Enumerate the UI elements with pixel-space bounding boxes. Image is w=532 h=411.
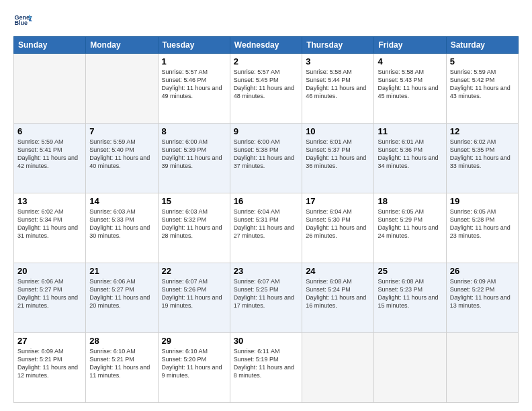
day-number: 14: [89, 196, 154, 206]
day-number: 17: [306, 196, 370, 206]
day-info: Sunrise: 6:08 AM Sunset: 5:24 PM Dayligh…: [306, 277, 370, 310]
day-header-tuesday: Tuesday: [158, 37, 230, 54]
day-number: 4: [378, 56, 442, 66]
calendar-cell: 15Sunrise: 6:03 AM Sunset: 5:32 PM Dayli…: [158, 193, 230, 263]
svg-text:Blue: Blue: [14, 19, 28, 26]
calendar-cell: 18Sunrise: 6:05 AM Sunset: 5:29 PM Dayli…: [374, 193, 446, 263]
calendar-cell: 22Sunrise: 6:07 AM Sunset: 5:26 PM Dayli…: [158, 263, 230, 333]
day-number: 26: [450, 266, 515, 276]
calendar-cell: 27Sunrise: 6:09 AM Sunset: 5:21 PM Dayli…: [14, 333, 86, 403]
day-number: 9: [234, 126, 298, 136]
day-number: 3: [306, 56, 370, 66]
day-header-wednesday: Wednesday: [230, 37, 302, 54]
day-info: Sunrise: 5:59 AM Sunset: 5:41 PM Dayligh…: [17, 138, 82, 171]
day-header-friday: Friday: [374, 37, 446, 54]
day-info: Sunrise: 5:58 AM Sunset: 5:43 PM Dayligh…: [378, 68, 442, 101]
day-number: 10: [306, 126, 370, 136]
calendar-cell: 28Sunrise: 6:10 AM Sunset: 5:21 PM Dayli…: [86, 333, 158, 403]
day-info: Sunrise: 6:05 AM Sunset: 5:29 PM Dayligh…: [378, 208, 442, 240]
day-info: Sunrise: 6:06 AM Sunset: 5:27 PM Dayligh…: [89, 277, 154, 310]
calendar-cell: 5Sunrise: 5:59 AM Sunset: 5:42 PM Daylig…: [446, 54, 518, 124]
calendar-cell: 9Sunrise: 6:00 AM Sunset: 5:38 PM Daylig…: [230, 124, 302, 193]
calendar-cell: 30Sunrise: 6:11 AM Sunset: 5:19 PM Dayli…: [230, 333, 302, 403]
day-number: 8: [162, 126, 226, 136]
day-info: Sunrise: 6:11 AM Sunset: 5:19 PM Dayligh…: [234, 347, 298, 380]
day-info: Sunrise: 5:57 AM Sunset: 5:45 PM Dayligh…: [234, 68, 298, 101]
day-number: 18: [378, 196, 442, 206]
calendar-cell: 25Sunrise: 6:08 AM Sunset: 5:23 PM Dayli…: [374, 263, 446, 333]
calendar-week-row: 13Sunrise: 6:02 AM Sunset: 5:34 PM Dayli…: [14, 193, 519, 263]
day-number: 20: [17, 266, 82, 276]
day-info: Sunrise: 6:08 AM Sunset: 5:23 PM Dayligh…: [378, 277, 442, 310]
calendar-cell: 12Sunrise: 6:02 AM Sunset: 5:35 PM Dayli…: [446, 124, 518, 193]
day-number: 15: [162, 196, 226, 206]
day-number: 29: [162, 336, 226, 346]
calendar-table: SundayMondayTuesdayWednesdayThursdayFrid…: [13, 36, 519, 403]
day-number: 21: [89, 266, 154, 276]
calendar-cell: 6Sunrise: 5:59 AM Sunset: 5:41 PM Daylig…: [14, 124, 86, 193]
day-info: Sunrise: 6:00 AM Sunset: 5:39 PM Dayligh…: [162, 138, 226, 171]
calendar-cell: [374, 333, 446, 403]
calendar-cell: 14Sunrise: 6:03 AM Sunset: 5:33 PM Dayli…: [86, 193, 158, 263]
day-header-monday: Monday: [86, 37, 158, 54]
calendar-cell: 23Sunrise: 6:07 AM Sunset: 5:25 PM Dayli…: [230, 263, 302, 333]
calendar-cell: 24Sunrise: 6:08 AM Sunset: 5:24 PM Dayli…: [302, 263, 374, 333]
calendar-cell: 10Sunrise: 6:01 AM Sunset: 5:37 PM Dayli…: [302, 124, 374, 193]
day-info: Sunrise: 6:03 AM Sunset: 5:32 PM Dayligh…: [162, 208, 226, 240]
header: General Blue: [13, 11, 519, 30]
logo: General Blue: [13, 11, 34, 30]
day-info: Sunrise: 6:05 AM Sunset: 5:28 PM Dayligh…: [450, 208, 515, 240]
day-header-sunday: Sunday: [14, 37, 86, 54]
calendar-cell: 16Sunrise: 6:04 AM Sunset: 5:31 PM Dayli…: [230, 193, 302, 263]
day-number: 22: [162, 266, 226, 276]
day-info: Sunrise: 6:09 AM Sunset: 5:21 PM Dayligh…: [17, 347, 82, 380]
day-info: Sunrise: 5:58 AM Sunset: 5:44 PM Dayligh…: [306, 68, 370, 101]
logo-icon: General Blue: [13, 11, 32, 30]
calendar-cell: 26Sunrise: 6:09 AM Sunset: 5:22 PM Dayli…: [446, 263, 518, 333]
day-number: 27: [17, 336, 82, 346]
calendar-cell: 8Sunrise: 6:00 AM Sunset: 5:39 PM Daylig…: [158, 124, 230, 193]
calendar-cell: 7Sunrise: 5:59 AM Sunset: 5:40 PM Daylig…: [86, 124, 158, 193]
day-info: Sunrise: 6:09 AM Sunset: 5:22 PM Dayligh…: [450, 277, 515, 310]
day-info: Sunrise: 6:02 AM Sunset: 5:35 PM Dayligh…: [450, 138, 515, 171]
calendar-cell: 3Sunrise: 5:58 AM Sunset: 5:44 PM Daylig…: [302, 54, 374, 124]
calendar-header-row: SundayMondayTuesdayWednesdayThursdayFrid…: [14, 37, 519, 54]
day-number: 30: [234, 336, 298, 346]
day-info: Sunrise: 6:03 AM Sunset: 5:33 PM Dayligh…: [89, 208, 154, 240]
page: General Blue SundayMondayTuesdayWednesda…: [0, 0, 532, 411]
day-info: Sunrise: 6:07 AM Sunset: 5:26 PM Dayligh…: [162, 277, 226, 310]
day-number: 16: [234, 196, 298, 206]
day-info: Sunrise: 6:10 AM Sunset: 5:20 PM Dayligh…: [162, 347, 226, 380]
day-info: Sunrise: 6:01 AM Sunset: 5:37 PM Dayligh…: [306, 138, 370, 171]
day-number: 23: [234, 266, 298, 276]
day-info: Sunrise: 6:01 AM Sunset: 5:36 PM Dayligh…: [378, 138, 442, 171]
calendar-cell: [302, 333, 374, 403]
day-number: 11: [378, 126, 442, 136]
day-number: 25: [378, 266, 442, 276]
calendar-cell: 1Sunrise: 5:57 AM Sunset: 5:46 PM Daylig…: [158, 54, 230, 124]
day-info: Sunrise: 6:04 AM Sunset: 5:30 PM Dayligh…: [306, 208, 370, 240]
calendar-cell: 21Sunrise: 6:06 AM Sunset: 5:27 PM Dayli…: [86, 263, 158, 333]
calendar-week-row: 20Sunrise: 6:06 AM Sunset: 5:27 PM Dayli…: [14, 263, 519, 333]
day-info: Sunrise: 6:06 AM Sunset: 5:27 PM Dayligh…: [17, 277, 82, 310]
calendar-week-row: 6Sunrise: 5:59 AM Sunset: 5:41 PM Daylig…: [14, 124, 519, 193]
calendar-cell: 29Sunrise: 6:10 AM Sunset: 5:20 PM Dayli…: [158, 333, 230, 403]
calendar-cell: 2Sunrise: 5:57 AM Sunset: 5:45 PM Daylig…: [230, 54, 302, 124]
day-info: Sunrise: 5:59 AM Sunset: 5:42 PM Dayligh…: [450, 68, 515, 101]
calendar-cell: 4Sunrise: 5:58 AM Sunset: 5:43 PM Daylig…: [374, 54, 446, 124]
day-info: Sunrise: 5:59 AM Sunset: 5:40 PM Dayligh…: [89, 138, 154, 171]
day-number: 12: [450, 126, 515, 136]
calendar-cell: [446, 333, 518, 403]
day-info: Sunrise: 6:07 AM Sunset: 5:25 PM Dayligh…: [234, 277, 298, 310]
calendar-cell: 11Sunrise: 6:01 AM Sunset: 5:36 PM Dayli…: [374, 124, 446, 193]
day-number: 5: [450, 56, 515, 66]
calendar-week-row: 1Sunrise: 5:57 AM Sunset: 5:46 PM Daylig…: [14, 54, 519, 124]
day-number: 28: [89, 336, 154, 346]
day-info: Sunrise: 5:57 AM Sunset: 5:46 PM Dayligh…: [162, 68, 226, 101]
calendar-cell: 19Sunrise: 6:05 AM Sunset: 5:28 PM Dayli…: [446, 193, 518, 263]
day-number: 1: [162, 56, 226, 66]
day-info: Sunrise: 6:00 AM Sunset: 5:38 PM Dayligh…: [234, 138, 298, 171]
day-number: 6: [17, 126, 82, 136]
day-header-thursday: Thursday: [302, 37, 374, 54]
day-number: 7: [89, 126, 154, 136]
